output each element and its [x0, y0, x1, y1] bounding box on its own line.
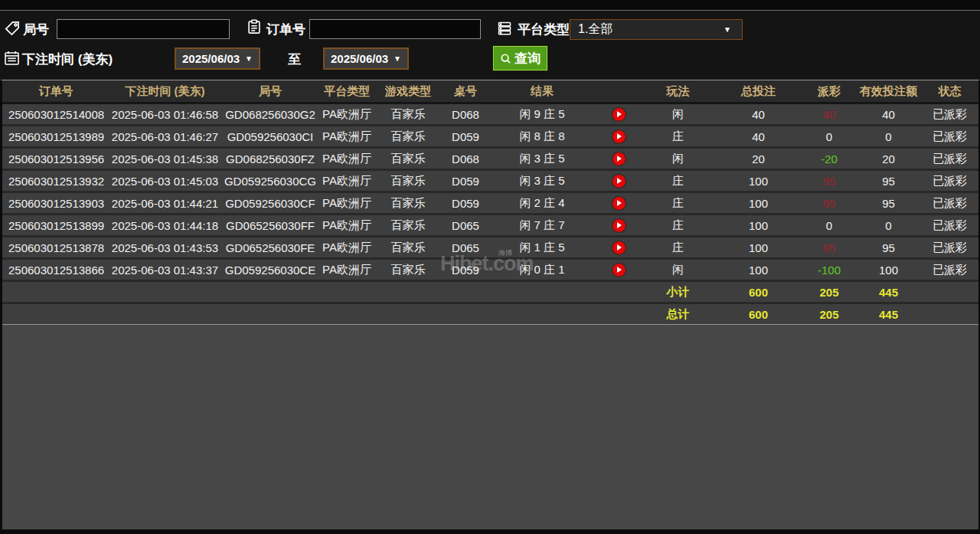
- result: 闲 8 庄 8: [488, 126, 596, 146]
- order-no: 250603012513989: [2, 126, 109, 146]
- bet-side: 闲: [642, 260, 714, 280]
- grand-total-total-bet: 600: [714, 304, 802, 324]
- total-bet: 100: [714, 193, 802, 213]
- top-chrome-strip: [0, 0, 980, 11]
- date-to-label: 至: [288, 51, 301, 68]
- grand-total-valid-bet: 445: [856, 304, 921, 324]
- result: 闲 7 庄 7: [488, 215, 596, 235]
- result: 闲 2 庄 4: [488, 193, 596, 213]
- payout: 0: [802, 215, 856, 235]
- table-row[interactable]: 250603012513878 2025-06-03 01:43:53 GD06…: [2, 238, 978, 260]
- col-header-total-bet: 总投注: [714, 80, 802, 102]
- bottom-chrome-strip: [0, 529, 980, 534]
- col-header-table-no: 桌号: [443, 80, 488, 102]
- col-header-result: 结果: [488, 80, 596, 102]
- search-button-label: 查询: [514, 50, 541, 67]
- subtotal-label: 小计: [642, 282, 714, 302]
- table-row[interactable]: 250603012513899 2025-06-03 01:44:18 GD06…: [2, 215, 978, 238]
- platform: PA欧洲厅: [320, 215, 374, 235]
- table-row[interactable]: 250603012513989 2025-06-03 01:46:27 GD05…: [2, 126, 978, 149]
- order-no-label: 订单号: [266, 21, 305, 38]
- platform-type-label: 平台类型: [518, 21, 570, 38]
- col-header-status: 状态: [921, 80, 978, 102]
- play-video-button[interactable]: [612, 197, 626, 210]
- status-badge: 已派彩: [921, 215, 978, 235]
- table-row[interactable]: 250603012514008 2025-06-03 01:46:58 GD06…: [2, 104, 978, 126]
- game-no: GD059256030CG: [220, 171, 320, 191]
- total-bet: 20: [714, 149, 802, 169]
- game-no: GD059256030CF: [220, 193, 320, 213]
- valid-bet: 20: [856, 149, 921, 169]
- play-icon: [617, 111, 622, 117]
- table-no: D059: [443, 260, 488, 280]
- payout: 40: [802, 104, 856, 124]
- game-type: 百家乐: [374, 126, 443, 146]
- game-type: 百家乐: [374, 215, 443, 235]
- search-button[interactable]: 查询: [493, 46, 547, 70]
- play-icon: [617, 178, 622, 184]
- date-from-select[interactable]: 2025/06/03 ▼: [175, 48, 260, 70]
- bet-time: 2025-06-03 01:46:58: [109, 104, 220, 124]
- play-icon: [617, 244, 622, 251]
- platform: PA欧洲厅: [320, 193, 374, 213]
- result: 闲 3 庄 5: [488, 149, 596, 169]
- platform-select[interactable]: 1.全部 ▼: [570, 19, 743, 40]
- total-bet: 100: [714, 171, 802, 191]
- table-row[interactable]: 250603012513956 2025-06-03 01:45:38 GD06…: [2, 149, 978, 171]
- bet-time: 2025-06-03 01:45:03: [109, 171, 220, 191]
- platform: PA欧洲厅: [320, 126, 374, 146]
- grand-total-label: 总计: [642, 304, 714, 324]
- play-video-button[interactable]: [612, 108, 626, 121]
- bet-time: 2025-06-03 01:44:21: [109, 193, 220, 213]
- table-row[interactable]: 250603012513903 2025-06-03 01:44:21 GD05…: [2, 193, 978, 215]
- game-type: 百家乐: [374, 193, 443, 213]
- col-header-valid-bet: 有效投注额: [856, 80, 921, 102]
- bet-side: 庄: [642, 238, 714, 257]
- col-header-payout: 派彩: [802, 80, 856, 102]
- game-no-input[interactable]: [57, 19, 230, 39]
- bet-time: 2025-06-03 01:43:53: [109, 238, 220, 257]
- play-video-button[interactable]: [612, 264, 626, 277]
- order-no: 250603012513903: [2, 193, 109, 213]
- order-no: 250603012513956: [2, 149, 109, 169]
- result: 闲 9 庄 5: [488, 104, 596, 124]
- order-no-input[interactable]: [309, 19, 481, 39]
- table-row[interactable]: 250603012513866 2025-06-03 01:43:37 GD05…: [2, 260, 978, 282]
- bet-side: 闲: [642, 104, 714, 124]
- chevron-down-icon: ▼: [245, 54, 253, 63]
- game-no: GD068256030G2: [220, 104, 320, 124]
- status-badge: 已派彩: [921, 260, 978, 280]
- grand-total-payout: 205: [802, 304, 856, 324]
- col-header-play-spacer: [596, 80, 642, 102]
- chevron-down-icon: ▼: [394, 54, 401, 63]
- col-header-order: 订单号: [2, 80, 109, 102]
- play-video-button[interactable]: [612, 152, 626, 165]
- status-badge: 已派彩: [921, 126, 978, 146]
- play-video-button[interactable]: [612, 175, 626, 188]
- payout: 95: [802, 238, 856, 257]
- play-video-button[interactable]: [612, 241, 626, 254]
- platform-list-icon: [497, 21, 512, 36]
- platform-select-value: 1.全部: [578, 21, 612, 38]
- game-no: GD059256030CE: [220, 260, 320, 280]
- result: 闲 1 庄 5: [488, 238, 596, 257]
- status-badge: 已派彩: [921, 238, 978, 257]
- clipboard-icon: [247, 19, 262, 34]
- table-no: D059: [443, 193, 488, 213]
- total-bet: 100: [714, 238, 802, 257]
- bet-time: 2025-06-03 01:43:37: [109, 260, 220, 280]
- game-type: 百家乐: [374, 104, 443, 124]
- play-video-button[interactable]: [612, 130, 626, 143]
- table-row[interactable]: 250603012513932 2025-06-03 01:45:03 GD05…: [2, 171, 978, 193]
- play-video-button[interactable]: [612, 219, 626, 232]
- play-icon: [617, 133, 622, 139]
- date-to-select[interactable]: 2025/06/03 ▼: [323, 48, 409, 70]
- order-no: 250603012513866: [2, 260, 109, 280]
- subtotal-valid-bet: 445: [856, 282, 921, 302]
- table-header-row: 订单号 下注时间 (美东) 局号 平台类型 游戏类型 桌号 结果 玩法 总投注 …: [2, 80, 978, 104]
- game-no: GD065256030FE: [220, 238, 320, 257]
- order-no: 250603012514008: [2, 104, 109, 124]
- betting-records-screen: 局号 订单号 平台类型 1.全部 ▼ 下注时间 (美东) 2025/0: [0, 0, 980, 534]
- bet-side: 庄: [642, 171, 714, 191]
- payout: 95: [802, 193, 856, 213]
